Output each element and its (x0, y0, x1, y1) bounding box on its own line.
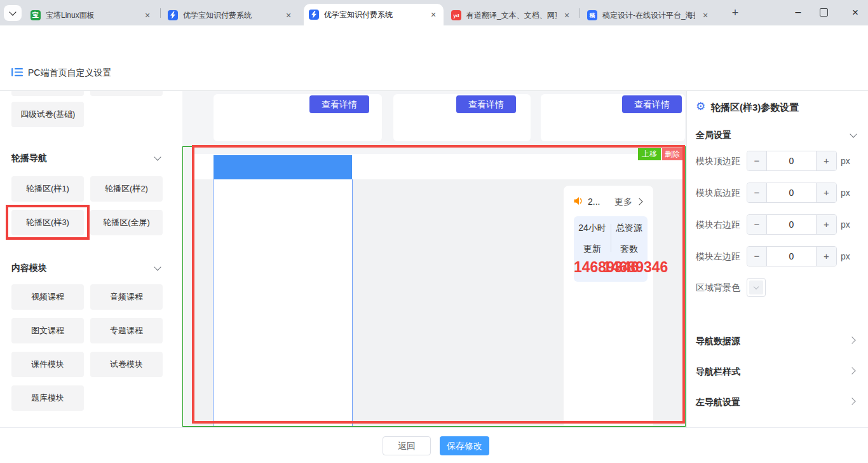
plus-button[interactable]: + (816, 151, 836, 170)
tab-close-icon[interactable]: × (428, 10, 438, 20)
stepper-left-margin: − + (747, 246, 837, 266)
tab-close-icon[interactable]: × (562, 10, 572, 20)
tab-youxuebao-1[interactable]: 优学宝知识付费系统 × (163, 5, 299, 25)
chevron-down-icon (9, 8, 16, 15)
color-swatch-empty (749, 280, 763, 294)
chevron-right-icon[interactable] (848, 336, 855, 343)
save-button[interactable]: 保存修改 (440, 436, 489, 455)
plus-button[interactable]: + (816, 183, 836, 202)
tab-search-button[interactable] (4, 5, 22, 21)
bolt-favicon-icon (168, 10, 178, 20)
minus-button[interactable]: − (747, 151, 767, 170)
minus-button[interactable]: − (747, 183, 767, 202)
plus-button[interactable]: + (816, 247, 836, 266)
stepper-right-margin: − + (747, 214, 837, 235)
tab-title: 宝塔Linux面板 (46, 10, 137, 21)
collapse-menu-icon[interactable] (11, 67, 23, 79)
tab-youdao[interactable]: yd 有道翻译_文本、文档、网页 × (446, 5, 577, 25)
left-nav-settings-link[interactable]: 左导航设置 (696, 397, 740, 408)
move-up-badge[interactable]: 上移 (638, 148, 661, 160)
module-button-exam-cet4[interactable]: 四级试卷(基础) (11, 102, 84, 127)
tab-gaoding[interactable]: 稿 稿定设计-在线设计平台_海报 × (582, 5, 715, 25)
tab-separator (580, 8, 580, 18)
module-button-courseware[interactable]: 课件模块 (11, 352, 84, 377)
tab-close-icon[interactable]: × (283, 10, 294, 20)
window-minimize-button[interactable]: – (790, 5, 806, 20)
unit-label: px (841, 219, 850, 230)
browser-tab-strip: 宝 宝塔Linux面板 × 优学宝知识付费系统 × 优学宝知识付费系统 × yd… (0, 0, 868, 25)
spacing-label-left: 模块左边距 (696, 251, 740, 263)
module-button-carousel-style2[interactable]: 轮播区(样2) (90, 176, 163, 202)
window-close-button[interactable]: × (848, 5, 863, 20)
gear-icon: ⚙ (696, 100, 705, 113)
back-button[interactable]: 返回 (383, 436, 431, 455)
module-button-stub[interactable] (11, 91, 84, 96)
chevron-down-icon[interactable] (154, 263, 161, 270)
unit-label: px (841, 251, 850, 261)
module-button-question-bank[interactable]: 题库模块 (11, 385, 84, 411)
unit-label: px (841, 188, 850, 198)
right-margin-input[interactable] (767, 215, 816, 234)
preview-canvas: 查看详情 查看详情 查看详情 2... 更多 24小时 更新 总资源 (182, 91, 686, 427)
youdao-favicon-icon: yd (451, 10, 461, 20)
tab-title: 有道翻译_文本、文档、网页 (466, 10, 557, 21)
footer-bar: 返回 保存修改 (0, 427, 868, 463)
module-button-carousel-style1[interactable]: 轮播区(样1) (11, 176, 84, 202)
nav-datasource-link[interactable]: 导航数据源 (696, 336, 740, 347)
bolt-favicon-icon (309, 10, 319, 20)
module-button-video-course[interactable]: 视频课程 (11, 284, 84, 310)
color-picker[interactable] (747, 278, 766, 297)
tab-title: 稿定设计-在线设计平台_海报 (602, 10, 695, 21)
delete-badge[interactable]: 删除 (662, 148, 682, 160)
view-detail-button[interactable]: 查看详情 (456, 95, 516, 113)
carousel-section-title: 轮播导航 (11, 153, 47, 164)
module-button-topic-course[interactable]: 专题课程 (90, 318, 163, 343)
spacing-label-bottom: 模块底边距 (696, 188, 740, 199)
module-button-audio-course[interactable]: 音频课程 (90, 284, 163, 310)
plus-button[interactable]: + (816, 215, 836, 234)
bottom-margin-input[interactable] (767, 183, 816, 202)
module-button-carousel-fullscreen[interactable]: 轮播区(全屏) (90, 210, 163, 235)
minus-button[interactable]: − (747, 247, 767, 266)
chevron-right-icon[interactable] (848, 367, 855, 374)
selection-rectangle (192, 145, 685, 424)
global-settings-title[interactable]: 全局设置 (696, 130, 731, 141)
settings-panel-title: 轮播区(样3)参数设置 (711, 102, 799, 114)
left-margin-input[interactable] (767, 247, 816, 266)
view-detail-button[interactable]: 查看详情 (622, 95, 682, 113)
top-margin-input[interactable] (767, 151, 816, 170)
spacing-label-right: 模块右边距 (696, 219, 740, 231)
tab-close-icon[interactable]: × (142, 10, 153, 20)
chevron-down-icon[interactable] (850, 130, 857, 137)
module-button-stub[interactable] (90, 91, 163, 96)
screen: 宝 宝塔Linux面板 × 优学宝知识付费系统 × 优学宝知识付费系统 × yd… (0, 0, 868, 463)
tab-title: 优学宝知识付费系统 (324, 10, 423, 20)
baota-favicon-icon: 宝 (31, 10, 41, 20)
minus-button[interactable]: − (747, 215, 767, 234)
selected-module-highlight (6, 205, 90, 240)
tab-title: 优学宝知识付费系统 (183, 10, 278, 21)
module-sidebar: 四级试卷(基础) 轮播导航 轮播区(样1) 轮播区(样2) 轮播区(样3) 轮播… (0, 91, 182, 427)
bg-color-label: 区域背景色 (696, 282, 740, 294)
chevron-down-icon (754, 284, 759, 289)
page-title: PC端首页自定义设置 (28, 67, 111, 79)
unit-label: px (841, 156, 850, 166)
view-detail-button[interactable]: 查看详情 (309, 95, 369, 113)
gaoding-favicon-icon: 稿 (587, 10, 597, 20)
content-section-title: 内容模块 (11, 263, 47, 274)
module-button-article-course[interactable]: 图文课程 (11, 318, 84, 343)
tab-baota[interactable]: 宝 宝塔Linux面板 × (25, 5, 158, 25)
nav-style-link[interactable]: 导航栏样式 (696, 366, 740, 378)
browser-toolbar: ← → ↻ ⌂ merchant.youxuebao.com.cn/platfo… (0, 25, 868, 53)
page-header: PC端首页自定义设置 页面预览 (0, 53, 868, 91)
window-maximize-button[interactable] (820, 8, 828, 17)
tab-close-icon[interactable]: × (700, 10, 710, 20)
stepper-top-margin: − + (747, 151, 837, 171)
tab-separator (160, 8, 161, 18)
tab-youxuebao-2-active[interactable]: 优学宝知识付费系统 × (304, 4, 444, 25)
chevron-down-icon[interactable] (154, 153, 161, 160)
stepper-bottom-margin: − + (747, 183, 837, 203)
module-button-exam-paper[interactable]: 试卷模块 (90, 352, 163, 377)
chevron-right-icon[interactable] (848, 397, 855, 404)
new-tab-button[interactable]: + (728, 6, 742, 20)
